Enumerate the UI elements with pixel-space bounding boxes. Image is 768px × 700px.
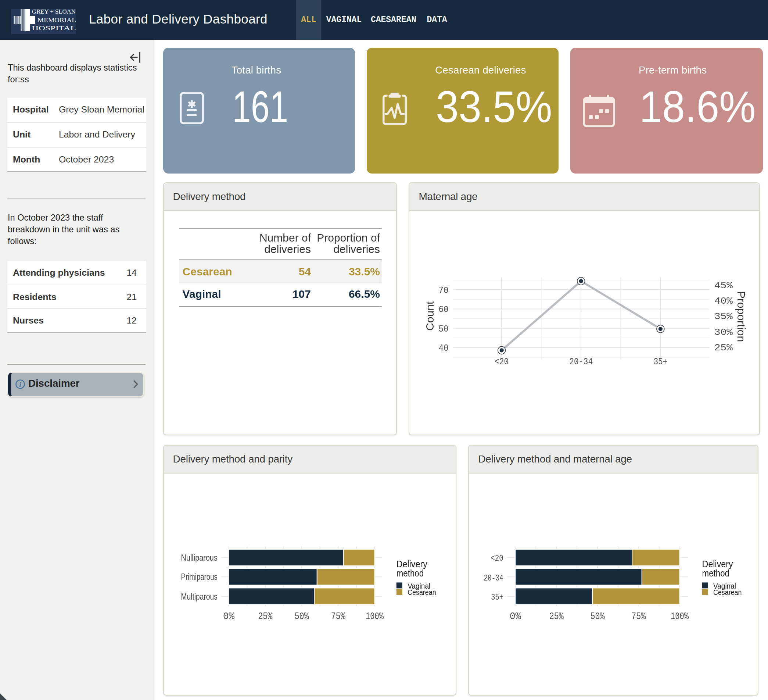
svg-text:method: method bbox=[702, 568, 729, 579]
svg-text:Proportion of: Proportion of bbox=[317, 231, 379, 243]
svg-text:<20: <20 bbox=[494, 356, 509, 367]
svg-text:<20: <20 bbox=[491, 553, 503, 563]
svg-text:25%: 25% bbox=[549, 611, 563, 622]
svg-text:method: method bbox=[396, 568, 423, 579]
svg-text:70: 70 bbox=[439, 285, 449, 296]
svg-text:45%: 45% bbox=[714, 280, 733, 291]
svg-text:25%: 25% bbox=[258, 611, 272, 622]
svg-text:Nulliparous: Nulliparous bbox=[181, 553, 217, 562]
svg-text:33.5%: 33.5% bbox=[348, 265, 379, 277]
svg-text:deliveries: deliveries bbox=[264, 243, 310, 255]
svg-text:Vaginal: Vaginal bbox=[182, 287, 221, 300]
svg-text:100%: 100% bbox=[670, 611, 689, 622]
svg-text:Cesarean: Cesarean bbox=[182, 265, 232, 277]
svg-text:20-34: 20-34 bbox=[483, 573, 503, 583]
svg-text:75%: 75% bbox=[631, 611, 646, 622]
svg-text:30%: 30% bbox=[714, 327, 733, 338]
svg-text:100%: 100% bbox=[365, 611, 383, 622]
svg-text:35+: 35+ bbox=[653, 356, 667, 367]
svg-text:50: 50 bbox=[439, 323, 449, 334]
svg-text:75%: 75% bbox=[331, 611, 345, 622]
svg-text:i: i bbox=[19, 380, 21, 388]
svg-text:40: 40 bbox=[439, 342, 449, 353]
svg-text:Cesarean: Cesarean bbox=[407, 588, 435, 596]
svg-text:35+: 35+ bbox=[491, 592, 503, 602]
svg-text:107: 107 bbox=[292, 287, 310, 300]
svg-text:60: 60 bbox=[439, 304, 449, 315]
svg-text:50%: 50% bbox=[590, 611, 605, 622]
svg-text:25%: 25% bbox=[714, 342, 733, 353]
svg-text:Cesarean: Cesarean bbox=[713, 588, 742, 596]
svg-text:66.5%: 66.5% bbox=[348, 287, 379, 300]
svg-text:0%: 0% bbox=[223, 611, 234, 622]
svg-text:35%: 35% bbox=[714, 311, 733, 322]
svg-text:0%: 0% bbox=[510, 611, 521, 622]
svg-text:Number of: Number of bbox=[259, 231, 311, 243]
svg-text:MEMORIAL: MEMORIAL bbox=[37, 16, 76, 24]
svg-text:Count: Count bbox=[424, 301, 436, 330]
svg-text:20-34: 20-34 bbox=[569, 356, 593, 367]
svg-text:Primiparous: Primiparous bbox=[181, 572, 217, 581]
svg-text:40%: 40% bbox=[714, 295, 733, 306]
svg-text:54: 54 bbox=[298, 265, 311, 277]
svg-text:Multiparous: Multiparous bbox=[181, 591, 217, 601]
svg-text:GREY + SLOAN: GREY + SLOAN bbox=[32, 9, 76, 15]
svg-text:HOSPITAL: HOSPITAL bbox=[32, 25, 76, 31]
svg-text:deliveries: deliveries bbox=[333, 243, 379, 255]
svg-text:50%: 50% bbox=[294, 611, 309, 622]
svg-text:Proportion: Proportion bbox=[735, 291, 747, 341]
